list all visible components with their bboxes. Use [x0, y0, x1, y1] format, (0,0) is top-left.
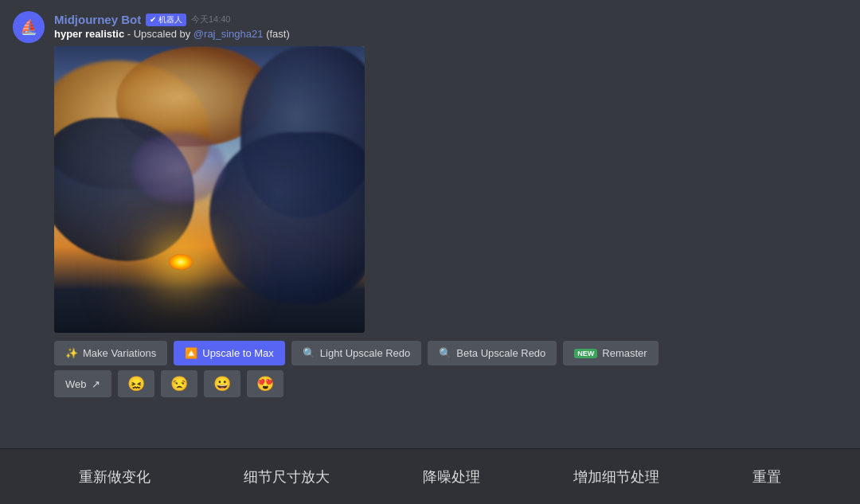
timestamp: 今天14:40	[191, 14, 231, 25]
header-row: Midjourney Bot ✔ 机器人 今天14:40	[54, 13, 659, 26]
web-button[interactable]: Web ↗	[54, 370, 111, 397]
upscale-label: Upscale to Max	[202, 347, 274, 359]
beta-upscale-redo-button[interactable]: 🔍 Beta Upscale Redo	[428, 341, 557, 365]
bottom-bar: 重新做变化 细节尺寸放大 降噪处理 增加细节处理 重置	[0, 448, 860, 504]
buttons-row-2: Web ↗ 😖 😒 😀 😍	[54, 370, 659, 397]
mention: @raj_singha21	[194, 28, 264, 40]
emoji-2-button[interactable]: 😒	[161, 370, 197, 397]
denoise-action[interactable]: 降噪处理	[410, 461, 493, 493]
emoji-1-button[interactable]: 😖	[118, 370, 154, 397]
beta-upscale-icon: 🔍	[439, 347, 452, 359]
main-content: ⛵ Midjourney Bot ✔ 机器人 今天14:40 hyper rea…	[0, 0, 860, 448]
web-label: Web	[65, 378, 87, 390]
emoji-3: 😀	[213, 375, 231, 393]
emoji-2: 😒	[170, 375, 188, 393]
message-area: ⛵ Midjourney Bot ✔ 机器人 今天14:40 hyper rea…	[13, 13, 847, 397]
make-variations-label: Make Variations	[83, 347, 156, 359]
external-link-icon: ↗	[92, 378, 100, 390]
beta-upscale-label: Beta Upscale Redo	[456, 347, 545, 359]
emoji-3-button[interactable]: 😀	[204, 370, 240, 397]
reset-action[interactable]: 重置	[740, 461, 794, 493]
message-body: Midjourney Bot ✔ 机器人 今天14:40 hyper reali…	[54, 13, 659, 397]
bot-name: Midjourney Bot	[54, 13, 141, 26]
emoji-4-button[interactable]: 😍	[247, 370, 283, 397]
cloud-6	[132, 132, 225, 204]
light-upscale-label: Light Upscale Redo	[320, 347, 410, 359]
remaster-label: Remaster	[602, 347, 647, 359]
cloud-scene	[54, 46, 365, 333]
emoji-4: 😍	[256, 375, 274, 393]
redo-variations-action[interactable]: 重新做变化	[66, 461, 163, 493]
remaster-button[interactable]: NEW Remaster	[563, 341, 658, 365]
sun	[169, 254, 193, 270]
avatar-icon: ⛵	[20, 18, 37, 36]
light-upscale-icon: 🔍	[303, 347, 315, 359]
make-variations-icon: ✨	[65, 347, 78, 359]
generated-image	[54, 46, 365, 333]
emoji-1: 😖	[127, 375, 145, 393]
upscale-to-max-button[interactable]: 🔼 Upscale to Max	[174, 341, 285, 365]
subtitle-bold: hyper realistic	[54, 28, 124, 40]
subtitle-text: - Upscaled by	[124, 28, 194, 40]
message-subtitle: hyper realistic - Upscaled by @raj_singh…	[54, 28, 659, 40]
add-detail-action[interactable]: 增加细节处理	[561, 461, 672, 493]
buttons-row-1: ✨ Make Variations 🔼 Upscale to Max 🔍 Lig…	[54, 341, 659, 365]
suffix: (fast)	[264, 28, 290, 40]
detail-upscale-action[interactable]: 细节尺寸放大	[231, 461, 342, 493]
bot-badge: ✔ 机器人	[146, 14, 186, 26]
light-upscale-redo-button[interactable]: 🔍 Light Upscale Redo	[291, 341, 421, 365]
upscale-icon: 🔼	[185, 347, 197, 359]
avatar: ⛵	[13, 11, 45, 43]
new-badge: NEW	[574, 349, 597, 358]
make-variations-button[interactable]: ✨ Make Variations	[54, 341, 167, 365]
